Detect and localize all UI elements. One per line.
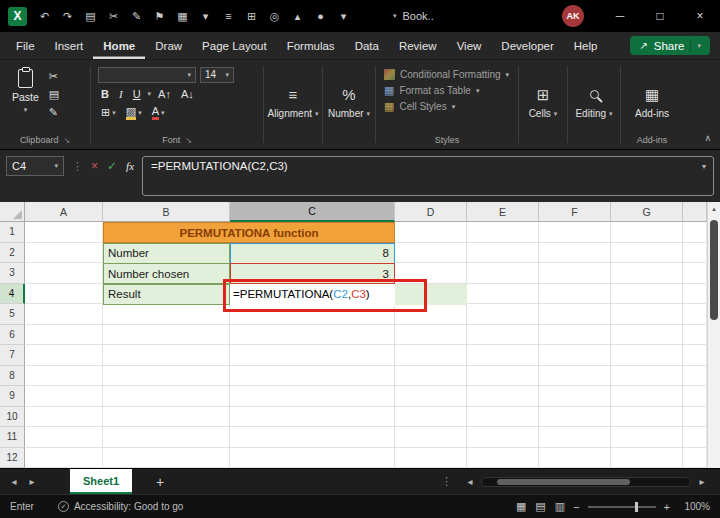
cell-B10[interactable] (103, 407, 230, 428)
cell-A9[interactable] (25, 386, 103, 407)
clipboard-dialog-launcher-icon[interactable]: ↘ (63, 136, 70, 145)
font-color-button[interactable]: A▾ (149, 106, 168, 120)
cell-A2[interactable] (25, 243, 103, 264)
row-header-4[interactable]: 4 (0, 284, 25, 305)
bold-button[interactable]: B (98, 88, 112, 100)
zoom-slider[interactable] (588, 506, 656, 508)
cell-D9[interactable] (395, 386, 467, 407)
sheet-tab-sheet1[interactable]: Sheet1 (70, 469, 132, 494)
camera-icon[interactable]: ◎ (263, 0, 286, 32)
column-header-A[interactable]: A (25, 202, 103, 222)
number-group-button[interactable]: % Number▾ (323, 60, 375, 149)
row-header-3[interactable]: 3 (0, 263, 25, 284)
row-header-5[interactable]: 5 (0, 304, 25, 325)
cell-D6[interactable] (395, 325, 467, 346)
cell-C6[interactable] (230, 325, 395, 346)
cell-E8[interactable] (467, 366, 539, 387)
cancel-button[interactable]: × (91, 159, 98, 173)
cell-styles-button[interactable]: ▦ Cell Styles ▾ (384, 101, 510, 112)
cell-E5[interactable] (467, 304, 539, 325)
collapse-ribbon-button[interactable]: ∧ (704, 133, 711, 143)
undo-icon[interactable]: ↶ (33, 0, 56, 32)
editing-group-button[interactable]: Editing▾ (568, 60, 620, 149)
cell-G2[interactable] (611, 243, 683, 264)
page-break-view-icon[interactable]: ▥ (555, 500, 565, 513)
cell-E12[interactable] (467, 448, 539, 469)
ribbon-tab-file[interactable]: File (6, 32, 45, 59)
shrink-font-button[interactable]: A↓ (178, 88, 197, 100)
cell-x12[interactable] (683, 448, 707, 469)
cell-E10[interactable] (467, 407, 539, 428)
drag-handle-icon[interactable]: ⋮ (72, 156, 83, 176)
cell-B5[interactable] (103, 304, 230, 325)
cell-F10[interactable] (539, 407, 611, 428)
cell-G4[interactable] (611, 284, 683, 305)
cell-G8[interactable] (611, 366, 683, 387)
cell-C2[interactable]: 8 (230, 243, 395, 264)
cell-B12[interactable] (103, 448, 230, 469)
fill-color-button[interactable]: ▨▾ (123, 106, 145, 120)
horizontal-scroll-thumb[interactable] (497, 479, 630, 485)
page-layout-view-icon[interactable]: ▤ (535, 500, 545, 513)
cell-E3[interactable] (467, 263, 539, 284)
record-icon[interactable]: ● (309, 0, 332, 32)
cut-button[interactable]: ✂ (49, 70, 59, 83)
column-header-G[interactable]: G (611, 202, 683, 222)
row-header-2[interactable]: 2 (0, 243, 25, 264)
cell-C11[interactable] (230, 427, 395, 448)
cell-G3[interactable] (611, 263, 683, 284)
column-header-F[interactable]: F (539, 202, 611, 222)
cell-x7[interactable] (683, 345, 707, 366)
search-box[interactable]: ▾ Book.. (393, 10, 434, 22)
borders-button[interactable]: ⊞▾ (98, 106, 119, 119)
font-name-select[interactable]: ▾ (98, 67, 196, 83)
list-icon[interactable]: ≡ (217, 0, 240, 32)
cell-x4[interactable] (683, 284, 707, 305)
avatar[interactable]: AK (562, 5, 584, 27)
paste-button[interactable]: Paste ▾ (12, 65, 39, 119)
cell-C12[interactable] (230, 448, 395, 469)
row-header-8[interactable]: 8 (0, 366, 25, 387)
sheet-nav-left-icon[interactable]: ◂ (6, 476, 22, 487)
name-box-dropdown-icon[interactable]: ▾ (54, 162, 58, 170)
ribbon-tab-data[interactable]: Data (345, 32, 389, 59)
borders-icon[interactable]: ⊞ (240, 0, 263, 32)
cell-A3[interactable] (25, 263, 103, 284)
cell-A4[interactable] (25, 284, 103, 305)
cell-D2[interactable] (395, 243, 467, 264)
cell-E7[interactable] (467, 345, 539, 366)
cell-G7[interactable] (611, 345, 683, 366)
copy-icon[interactable]: ▤ (79, 0, 102, 32)
cell-C9[interactable] (230, 386, 395, 407)
insert-function-button[interactable]: fx (126, 160, 134, 172)
cell-A11[interactable] (25, 427, 103, 448)
normal-view-icon[interactable]: ▦ (516, 500, 526, 513)
cell-A5[interactable] (25, 304, 103, 325)
format-painter-button[interactable]: ✎ (49, 106, 59, 119)
cell-B9[interactable] (103, 386, 230, 407)
chart-icon[interactable]: ▴ (286, 0, 309, 32)
vertical-scroll-thumb[interactable] (710, 220, 718, 320)
cell-x8[interactable] (683, 366, 707, 387)
ribbon-tab-help[interactable]: Help (564, 32, 608, 59)
column-header-D[interactable]: D (395, 202, 467, 222)
cell-F6[interactable] (539, 325, 611, 346)
addins-group[interactable]: ▦ Add-ins Add-ins (621, 60, 683, 149)
cell-G5[interactable] (611, 304, 683, 325)
cell-A7[interactable] (25, 345, 103, 366)
cell-G9[interactable] (611, 386, 683, 407)
enter-button[interactable]: ✓ (107, 159, 117, 173)
cell-F4[interactable] (539, 284, 611, 305)
cell-B11[interactable] (103, 427, 230, 448)
redo-icon[interactable]: ↷ (56, 0, 79, 32)
sheet-nav-right-icon[interactable]: ▸ (24, 476, 40, 487)
excel-logo-icon[interactable]: X (8, 7, 27, 26)
ribbon-tab-insert[interactable]: Insert (45, 32, 94, 59)
row-header-10[interactable]: 10 (0, 407, 25, 428)
cell-B6[interactable] (103, 325, 230, 346)
cell-B4[interactable]: Result (103, 284, 230, 305)
cell-B8[interactable] (103, 366, 230, 387)
flag-icon[interactable]: ⚑ (148, 0, 171, 32)
table-icon[interactable]: ▦ (171, 0, 194, 32)
column-header-C[interactable]: C (230, 202, 395, 222)
